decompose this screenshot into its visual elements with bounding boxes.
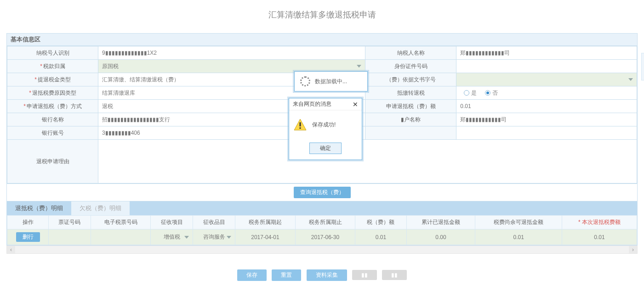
loading-text: 数据加载中...	[315, 78, 347, 86]
spinner-icon	[300, 76, 310, 86]
dialog-message: 保存成功!	[312, 121, 336, 129]
modal-overlay: 数据加载中... 来自网页的消息 ✕ 保存成功! 确定	[0, 0, 644, 286]
svg-rect-2	[300, 127, 301, 129]
ok-button[interactable]: 确定	[309, 143, 342, 154]
dialog-body: 保存成功!	[289, 110, 362, 139]
loading-toast: 数据加载中...	[294, 71, 368, 92]
message-dialog: 来自网页的消息 ✕ 保存成功! 确定	[289, 98, 362, 160]
warning-icon	[294, 119, 307, 131]
close-icon[interactable]: ✕	[353, 101, 358, 108]
dialog-titlebar: 来自网页的消息 ✕	[289, 98, 362, 110]
dialog-title-text: 来自网页的消息	[293, 100, 331, 108]
svg-rect-1	[300, 122, 301, 126]
